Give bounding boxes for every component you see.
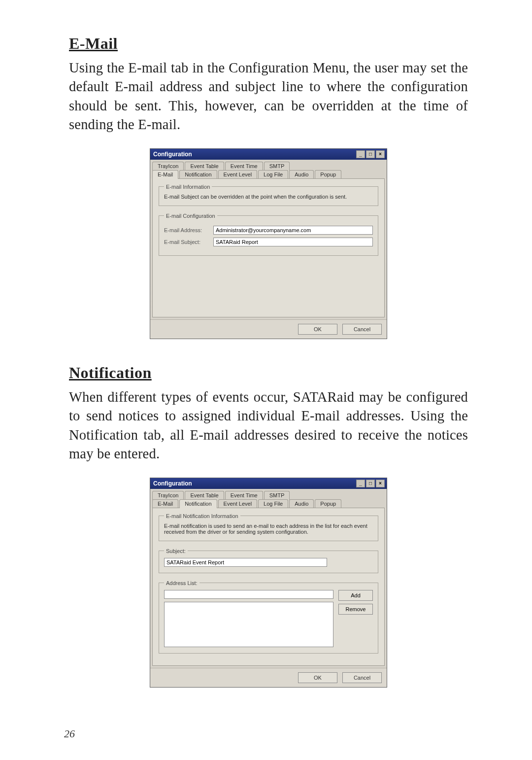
paragraph-notification: When different types of events occur, SA… xyxy=(69,388,468,464)
tab-popup[interactable]: Popup xyxy=(315,170,341,179)
dialog-title: Configuration xyxy=(153,480,192,487)
label-email-subject: E-mail Subject: xyxy=(164,239,213,245)
close-icon[interactable]: × xyxy=(376,150,385,158)
tab-event-level[interactable]: Event Level xyxy=(218,170,257,179)
tab-email[interactable]: E-Mail xyxy=(152,170,178,179)
maximize-icon[interactable]: □ xyxy=(366,150,375,158)
figure-email-dialog: Configuration _ □ × TrayIcon Event Table… xyxy=(69,148,468,339)
tab-event-table[interactable]: Event Table xyxy=(185,491,224,500)
figure-notification-dialog: Configuration _ □ × TrayIcon Event Table… xyxy=(69,478,468,688)
paragraph-email: Using the E-mail tab in the Configuratio… xyxy=(69,59,468,135)
dialog-configuration-email: Configuration _ □ × TrayIcon Event Table… xyxy=(150,148,387,339)
text-notification-info: E-mail notification is used to send an e… xyxy=(164,523,373,535)
input-email-subject[interactable] xyxy=(213,238,373,246)
legend-address-list: Address List: xyxy=(164,580,200,586)
tab-trayicon[interactable]: TrayIcon xyxy=(152,162,184,171)
tab-trayicon[interactable]: TrayIcon xyxy=(152,491,184,500)
legend-email-information: E-mail Information xyxy=(164,184,212,190)
tab-smtp[interactable]: SMTP xyxy=(264,162,290,171)
group-subject: Subject: xyxy=(159,548,378,573)
tabbar: TrayIcon Event Table Event Time SMTP E-M… xyxy=(150,489,387,508)
ok-button[interactable]: OK xyxy=(298,672,337,683)
tab-audio[interactable]: Audio xyxy=(289,170,314,179)
heading-notification: Notification xyxy=(69,364,468,382)
tab-smtp[interactable]: SMTP xyxy=(264,491,290,500)
tab-popup[interactable]: Popup xyxy=(315,499,341,508)
listbox-addresses[interactable] xyxy=(164,602,333,647)
add-button[interactable]: Add xyxy=(338,590,373,601)
legend-email-configuration: E-mail Configuration xyxy=(164,213,217,219)
tabbar: TrayIcon Event Table Event Time SMTP E-M… xyxy=(150,160,387,178)
tab-panel: E-mail Information E-mail Subject can be… xyxy=(152,178,385,317)
page-number: 26 xyxy=(64,727,75,740)
tab-event-time[interactable]: Event Time xyxy=(225,491,263,500)
remove-button[interactable]: Remove xyxy=(338,604,373,615)
tab-notification[interactable]: Notification xyxy=(179,170,217,179)
tab-email[interactable]: E-Mail xyxy=(152,499,178,508)
window-controls: _ □ × xyxy=(356,150,385,158)
input-subject[interactable] xyxy=(164,558,327,567)
group-email-configuration: E-mail Configuration E-mail Address: E-m… xyxy=(159,213,378,256)
group-email-information: E-mail Information E-mail Subject can be… xyxy=(159,184,378,206)
label-email-address: E-mail Address: xyxy=(164,227,213,233)
legend-notification-info: E-mail Notification Information xyxy=(164,513,240,519)
dialog-button-bar: OK Cancel xyxy=(150,668,387,687)
dialog-button-bar: OK Cancel xyxy=(150,319,387,339)
tab-notification[interactable]: Notification xyxy=(179,499,217,508)
heading-email: E-Mail xyxy=(69,35,468,53)
dialog-configuration-notification: Configuration _ □ × TrayIcon Event Table… xyxy=(150,478,387,688)
group-notification-info: E-mail Notification Information E-mail n… xyxy=(159,513,378,541)
titlebar: Configuration _ □ × xyxy=(150,149,387,160)
input-new-address[interactable] xyxy=(164,590,333,599)
ok-button[interactable]: OK xyxy=(298,324,337,335)
text-email-information: E-mail Subject can be overridden at the … xyxy=(164,194,373,200)
tab-audio[interactable]: Audio xyxy=(289,499,314,508)
tab-log-file[interactable]: Log File xyxy=(258,170,288,179)
tab-log-file[interactable]: Log File xyxy=(258,499,288,508)
minimize-icon[interactable]: _ xyxy=(356,480,365,487)
titlebar: Configuration _ □ × xyxy=(150,478,387,489)
legend-subject: Subject: xyxy=(164,548,188,554)
input-email-address[interactable] xyxy=(213,226,373,235)
cancel-button[interactable]: Cancel xyxy=(342,324,382,335)
tab-event-table[interactable]: Event Table xyxy=(185,162,224,171)
tab-panel: E-mail Notification Information E-mail n… xyxy=(152,508,385,666)
dialog-title: Configuration xyxy=(153,151,192,158)
minimize-icon[interactable]: _ xyxy=(356,150,365,158)
tab-event-time[interactable]: Event Time xyxy=(225,162,263,171)
window-controls: _ □ × xyxy=(356,480,385,487)
close-icon[interactable]: × xyxy=(376,480,385,487)
maximize-icon[interactable]: □ xyxy=(366,480,375,487)
cancel-button[interactable]: Cancel xyxy=(342,672,382,683)
tab-event-level[interactable]: Event Level xyxy=(218,499,257,508)
group-address-list: Address List: Add Remove xyxy=(159,580,378,654)
